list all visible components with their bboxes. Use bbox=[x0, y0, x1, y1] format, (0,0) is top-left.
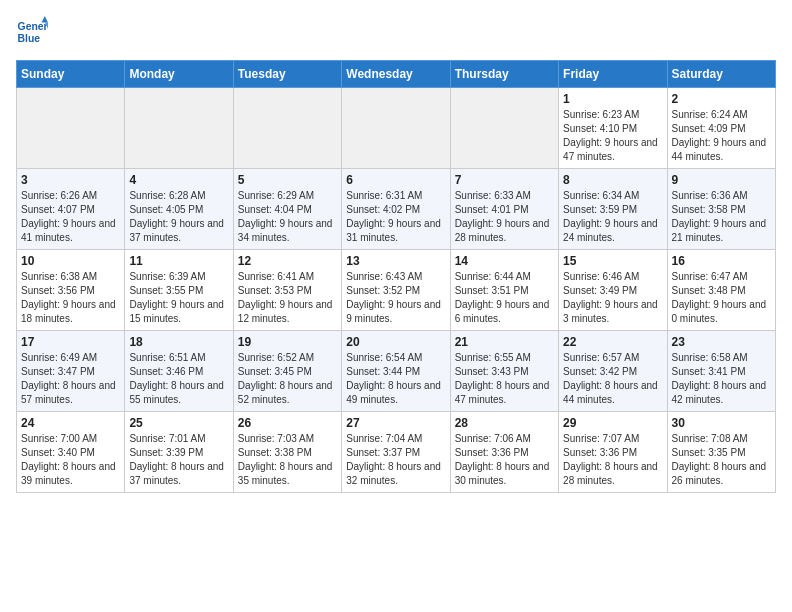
svg-marker-2 bbox=[42, 16, 48, 22]
day-number: 29 bbox=[563, 416, 662, 430]
day-info: Sunrise: 6:49 AM Sunset: 3:47 PM Dayligh… bbox=[21, 351, 120, 407]
calendar-cell: 8Sunrise: 6:34 AM Sunset: 3:59 PM Daylig… bbox=[559, 169, 667, 250]
day-number: 6 bbox=[346, 173, 445, 187]
calendar-cell: 26Sunrise: 7:03 AM Sunset: 3:38 PM Dayli… bbox=[233, 412, 341, 493]
day-info: Sunrise: 7:03 AM Sunset: 3:38 PM Dayligh… bbox=[238, 432, 337, 488]
day-number: 9 bbox=[672, 173, 771, 187]
general-blue-logo-icon: General Blue bbox=[16, 16, 48, 48]
calendar-cell: 19Sunrise: 6:52 AM Sunset: 3:45 PM Dayli… bbox=[233, 331, 341, 412]
day-info: Sunrise: 6:57 AM Sunset: 3:42 PM Dayligh… bbox=[563, 351, 662, 407]
day-info: Sunrise: 6:28 AM Sunset: 4:05 PM Dayligh… bbox=[129, 189, 228, 245]
day-info: Sunrise: 7:07 AM Sunset: 3:36 PM Dayligh… bbox=[563, 432, 662, 488]
calendar-cell: 24Sunrise: 7:00 AM Sunset: 3:40 PM Dayli… bbox=[17, 412, 125, 493]
calendar-cell: 21Sunrise: 6:55 AM Sunset: 3:43 PM Dayli… bbox=[450, 331, 558, 412]
calendar-cell: 14Sunrise: 6:44 AM Sunset: 3:51 PM Dayli… bbox=[450, 250, 558, 331]
weekday-header-row: SundayMondayTuesdayWednesdayThursdayFrid… bbox=[17, 61, 776, 88]
top-bar: General Blue bbox=[16, 16, 776, 52]
calendar-week-5: 24Sunrise: 7:00 AM Sunset: 3:40 PM Dayli… bbox=[17, 412, 776, 493]
day-info: Sunrise: 7:00 AM Sunset: 3:40 PM Dayligh… bbox=[21, 432, 120, 488]
day-info: Sunrise: 7:04 AM Sunset: 3:37 PM Dayligh… bbox=[346, 432, 445, 488]
day-number: 27 bbox=[346, 416, 445, 430]
day-number: 13 bbox=[346, 254, 445, 268]
day-number: 7 bbox=[455, 173, 554, 187]
calendar-cell: 25Sunrise: 7:01 AM Sunset: 3:39 PM Dayli… bbox=[125, 412, 233, 493]
calendar-cell: 30Sunrise: 7:08 AM Sunset: 3:35 PM Dayli… bbox=[667, 412, 775, 493]
logo: General Blue bbox=[16, 16, 54, 48]
day-info: Sunrise: 6:36 AM Sunset: 3:58 PM Dayligh… bbox=[672, 189, 771, 245]
day-info: Sunrise: 6:41 AM Sunset: 3:53 PM Dayligh… bbox=[238, 270, 337, 326]
day-info: Sunrise: 6:24 AM Sunset: 4:09 PM Dayligh… bbox=[672, 108, 771, 164]
calendar-week-3: 10Sunrise: 6:38 AM Sunset: 3:56 PM Dayli… bbox=[17, 250, 776, 331]
svg-text:General: General bbox=[18, 21, 48, 32]
day-info: Sunrise: 6:43 AM Sunset: 3:52 PM Dayligh… bbox=[346, 270, 445, 326]
calendar-cell: 9Sunrise: 6:36 AM Sunset: 3:58 PM Daylig… bbox=[667, 169, 775, 250]
day-number: 25 bbox=[129, 416, 228, 430]
calendar-week-2: 3Sunrise: 6:26 AM Sunset: 4:07 PM Daylig… bbox=[17, 169, 776, 250]
day-info: Sunrise: 6:47 AM Sunset: 3:48 PM Dayligh… bbox=[672, 270, 771, 326]
day-info: Sunrise: 6:39 AM Sunset: 3:55 PM Dayligh… bbox=[129, 270, 228, 326]
calendar-cell: 17Sunrise: 6:49 AM Sunset: 3:47 PM Dayli… bbox=[17, 331, 125, 412]
day-number: 11 bbox=[129, 254, 228, 268]
calendar-cell bbox=[450, 88, 558, 169]
calendar-table: SundayMondayTuesdayWednesdayThursdayFrid… bbox=[16, 60, 776, 493]
calendar-cell: 29Sunrise: 7:07 AM Sunset: 3:36 PM Dayli… bbox=[559, 412, 667, 493]
calendar-cell: 28Sunrise: 7:06 AM Sunset: 3:36 PM Dayli… bbox=[450, 412, 558, 493]
calendar-cell bbox=[17, 88, 125, 169]
calendar-cell bbox=[233, 88, 341, 169]
day-info: Sunrise: 6:51 AM Sunset: 3:46 PM Dayligh… bbox=[129, 351, 228, 407]
day-number: 23 bbox=[672, 335, 771, 349]
calendar-cell: 11Sunrise: 6:39 AM Sunset: 3:55 PM Dayli… bbox=[125, 250, 233, 331]
day-number: 3 bbox=[21, 173, 120, 187]
day-info: Sunrise: 7:08 AM Sunset: 3:35 PM Dayligh… bbox=[672, 432, 771, 488]
calendar-cell: 10Sunrise: 6:38 AM Sunset: 3:56 PM Dayli… bbox=[17, 250, 125, 331]
day-info: Sunrise: 6:33 AM Sunset: 4:01 PM Dayligh… bbox=[455, 189, 554, 245]
calendar-cell bbox=[342, 88, 450, 169]
day-number: 14 bbox=[455, 254, 554, 268]
weekday-header-monday: Monday bbox=[125, 61, 233, 88]
calendar-cell: 23Sunrise: 6:58 AM Sunset: 3:41 PM Dayli… bbox=[667, 331, 775, 412]
calendar-cell: 7Sunrise: 6:33 AM Sunset: 4:01 PM Daylig… bbox=[450, 169, 558, 250]
calendar-cell: 16Sunrise: 6:47 AM Sunset: 3:48 PM Dayli… bbox=[667, 250, 775, 331]
day-number: 24 bbox=[21, 416, 120, 430]
day-number: 17 bbox=[21, 335, 120, 349]
calendar-week-4: 17Sunrise: 6:49 AM Sunset: 3:47 PM Dayli… bbox=[17, 331, 776, 412]
day-info: Sunrise: 6:58 AM Sunset: 3:41 PM Dayligh… bbox=[672, 351, 771, 407]
day-info: Sunrise: 6:52 AM Sunset: 3:45 PM Dayligh… bbox=[238, 351, 337, 407]
day-number: 20 bbox=[346, 335, 445, 349]
weekday-header-sunday: Sunday bbox=[17, 61, 125, 88]
day-info: Sunrise: 6:31 AM Sunset: 4:02 PM Dayligh… bbox=[346, 189, 445, 245]
day-number: 15 bbox=[563, 254, 662, 268]
day-number: 19 bbox=[238, 335, 337, 349]
day-number: 4 bbox=[129, 173, 228, 187]
day-info: Sunrise: 6:46 AM Sunset: 3:49 PM Dayligh… bbox=[563, 270, 662, 326]
calendar-week-1: 1Sunrise: 6:23 AM Sunset: 4:10 PM Daylig… bbox=[17, 88, 776, 169]
day-info: Sunrise: 6:44 AM Sunset: 3:51 PM Dayligh… bbox=[455, 270, 554, 326]
day-info: Sunrise: 6:55 AM Sunset: 3:43 PM Dayligh… bbox=[455, 351, 554, 407]
calendar-cell: 13Sunrise: 6:43 AM Sunset: 3:52 PM Dayli… bbox=[342, 250, 450, 331]
day-info: Sunrise: 6:54 AM Sunset: 3:44 PM Dayligh… bbox=[346, 351, 445, 407]
day-number: 22 bbox=[563, 335, 662, 349]
calendar-cell: 12Sunrise: 6:41 AM Sunset: 3:53 PM Dayli… bbox=[233, 250, 341, 331]
calendar-cell: 2Sunrise: 6:24 AM Sunset: 4:09 PM Daylig… bbox=[667, 88, 775, 169]
day-number: 26 bbox=[238, 416, 337, 430]
day-number: 5 bbox=[238, 173, 337, 187]
day-number: 21 bbox=[455, 335, 554, 349]
day-info: Sunrise: 6:26 AM Sunset: 4:07 PM Dayligh… bbox=[21, 189, 120, 245]
weekday-header-tuesday: Tuesday bbox=[233, 61, 341, 88]
day-number: 1 bbox=[563, 92, 662, 106]
weekday-header-wednesday: Wednesday bbox=[342, 61, 450, 88]
calendar-cell: 4Sunrise: 6:28 AM Sunset: 4:05 PM Daylig… bbox=[125, 169, 233, 250]
weekday-header-saturday: Saturday bbox=[667, 61, 775, 88]
calendar-cell: 18Sunrise: 6:51 AM Sunset: 3:46 PM Dayli… bbox=[125, 331, 233, 412]
weekday-header-friday: Friday bbox=[559, 61, 667, 88]
day-number: 12 bbox=[238, 254, 337, 268]
weekday-header-thursday: Thursday bbox=[450, 61, 558, 88]
calendar-cell: 27Sunrise: 7:04 AM Sunset: 3:37 PM Dayli… bbox=[342, 412, 450, 493]
calendar-cell: 5Sunrise: 6:29 AM Sunset: 4:04 PM Daylig… bbox=[233, 169, 341, 250]
day-number: 10 bbox=[21, 254, 120, 268]
calendar-cell: 22Sunrise: 6:57 AM Sunset: 3:42 PM Dayli… bbox=[559, 331, 667, 412]
day-info: Sunrise: 6:29 AM Sunset: 4:04 PM Dayligh… bbox=[238, 189, 337, 245]
calendar-cell bbox=[125, 88, 233, 169]
day-number: 28 bbox=[455, 416, 554, 430]
day-info: Sunrise: 6:23 AM Sunset: 4:10 PM Dayligh… bbox=[563, 108, 662, 164]
